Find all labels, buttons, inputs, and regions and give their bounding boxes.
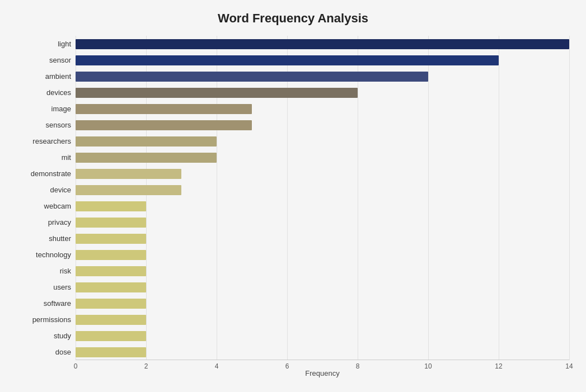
bar-row <box>76 279 569 295</box>
y-label-permissions: permissions <box>32 316 71 323</box>
y-label-image: image <box>51 105 71 112</box>
bar-row <box>76 166 569 182</box>
bar-mit <box>76 153 217 163</box>
x-tick: 10 <box>424 362 432 370</box>
y-label-shutter: shutter <box>49 235 71 242</box>
y-label-demonstrate: demonstrate <box>31 170 71 177</box>
bar-row <box>76 263 569 279</box>
bar-row <box>76 84 569 101</box>
grid-line <box>569 36 570 360</box>
y-label-privacy: privacy <box>48 219 71 226</box>
bar-row <box>76 182 569 198</box>
bar-row <box>76 311 569 328</box>
x-axis-label: Frequency <box>305 369 339 377</box>
bar-row <box>76 68 569 84</box>
bar-privacy <box>76 218 146 228</box>
bar-row <box>76 36 569 52</box>
bars-area: 02468101214Frequency <box>76 36 569 377</box>
y-label-researchers: researchers <box>32 138 71 145</box>
bar-light <box>76 39 569 49</box>
bar-dose <box>76 347 146 357</box>
bar-researchers <box>76 136 217 147</box>
x-tick: 0 <box>74 362 78 370</box>
x-tick: 14 <box>565 362 573 370</box>
y-label-users: users <box>53 284 71 291</box>
chart-area: lightsensorambientdevicesimagesensorsres… <box>17 36 569 377</box>
y-label-risk: risk <box>60 267 71 275</box>
bar-devices <box>76 88 358 98</box>
y-label-sensor: sensor <box>49 56 71 64</box>
bar-row <box>76 295 569 311</box>
bar-permissions <box>76 315 146 325</box>
y-label-light: light <box>58 40 71 48</box>
bar-sensors <box>76 120 252 130</box>
bar-row <box>76 101 569 117</box>
bar-shutter <box>76 234 146 244</box>
bar-technology <box>76 250 146 260</box>
bar-device <box>76 185 181 195</box>
y-label-software: software <box>44 300 71 307</box>
bar-sensor <box>76 55 499 65</box>
y-label-sensors: sensors <box>45 121 71 129</box>
bar-row <box>76 198 569 214</box>
x-tick: 2 <box>144 362 148 370</box>
x-tick: 8 <box>356 362 360 370</box>
bar-users <box>76 282 146 292</box>
bar-ambient <box>76 72 428 82</box>
bar-row <box>76 344 569 360</box>
bar-row <box>76 247 569 263</box>
bar-row <box>76 328 569 344</box>
y-labels: lightsensorambientdevicesimagesensorsres… <box>17 36 76 377</box>
y-label-devices: devices <box>46 89 71 96</box>
y-label-device: device <box>50 186 71 193</box>
chart-container: Word Frequency Analysis lightsensorambie… <box>0 0 586 392</box>
y-label-technology: technology <box>36 251 71 258</box>
bar-row <box>76 149 569 166</box>
y-label-mit: mit <box>62 154 71 161</box>
bar-software <box>76 299 146 309</box>
bar-study <box>76 331 146 341</box>
bar-webcam <box>76 201 146 211</box>
y-label-webcam: webcam <box>44 202 71 210</box>
bar-risk <box>76 266 146 276</box>
chart-title: Word Frequency Analysis <box>17 11 569 26</box>
bar-row <box>76 214 569 230</box>
x-axis-area: 02468101214Frequency <box>76 360 569 377</box>
bar-image <box>76 104 252 114</box>
bar-row <box>76 230 569 247</box>
x-tick: 4 <box>215 362 219 370</box>
bar-row <box>76 133 569 149</box>
x-tick: 12 <box>495 362 502 370</box>
bar-row <box>76 52 569 68</box>
x-tick: 6 <box>285 362 289 370</box>
y-label-dose: dose <box>55 348 71 356</box>
bar-demonstrate <box>76 169 181 179</box>
y-label-ambient: ambient <box>45 73 71 80</box>
bar-row <box>76 117 569 133</box>
y-label-study: study <box>54 332 71 339</box>
